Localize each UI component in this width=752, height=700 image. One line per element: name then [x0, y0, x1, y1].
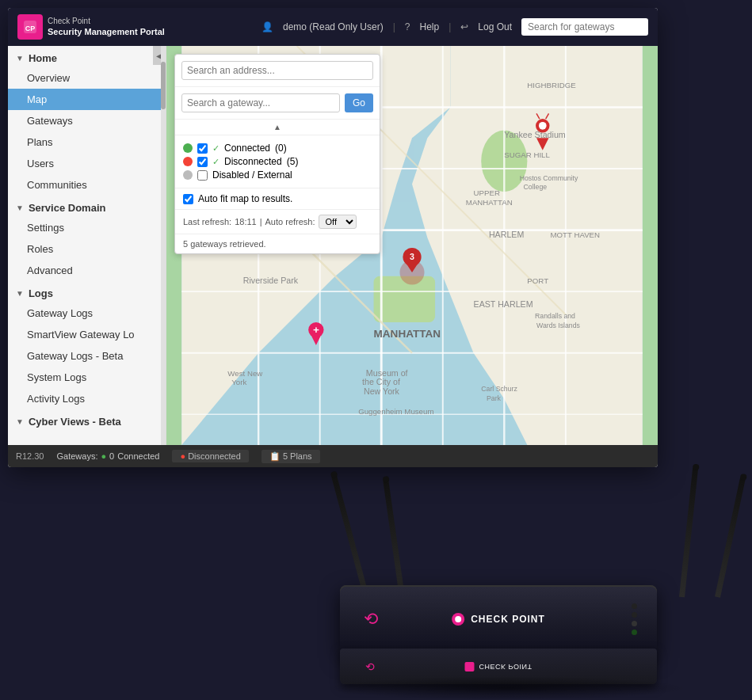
arrow-cyber-views: ▼: [16, 417, 24, 426]
go-button[interactable]: Go: [345, 93, 373, 112]
sidebar-item-roles[interactable]: Roles: [8, 238, 166, 260]
router-body-main: ⟲ CHECK POINT: [340, 585, 657, 652]
svg-text:PORT: PORT: [527, 276, 548, 285]
logout-link[interactable]: Log Out: [478, 21, 512, 32]
version-label: R12.30: [16, 451, 44, 461]
secondary-checkpoint-logo: CHECK POINT: [464, 662, 532, 671]
sidebar-item-system-logs[interactable]: System Logs: [8, 367, 166, 388]
sidebar-item-communities[interactable]: Communities: [8, 174, 166, 196]
autofit-section: Auto fit map to results.: [175, 188, 380, 210]
router-shadow: [324, 676, 689, 700]
logo-area: CP Check Point Security Management Porta…: [17, 14, 165, 40]
logo-line1: Check Point: [48, 16, 165, 26]
connected-count: (0): [275, 143, 287, 154]
connected-count-bar: 0: [109, 451, 114, 461]
section-home-label: Home: [29, 52, 57, 64]
disabled-status-dot: [183, 170, 193, 180]
router-device: ⟲ CHECK POINT ⟲ CHECK POINT: [277, 367, 752, 700]
svg-text:Yankee Stadium: Yankee Stadium: [504, 130, 566, 139]
disconnected-label-bar: Disconnected: [188, 451, 241, 461]
logo-line2: Security Management Portal: [48, 27, 165, 36]
sidebar-item-users[interactable]: Users: [8, 153, 166, 174]
section-logs-label: Logs: [29, 287, 53, 299]
led-dot-2: [632, 612, 637, 618]
svg-text:West New: West New: [227, 369, 263, 378]
pipe-sep: |: [260, 217, 262, 226]
svg-text:HARLEM: HARLEM: [489, 230, 524, 239]
autofit-label: Auto fit map to results.: [198, 193, 292, 204]
svg-text:MOTT HAVEN: MOTT HAVEN: [550, 230, 600, 239]
disconnected-dot-icon: ●: [180, 451, 185, 461]
help-link[interactable]: Help: [419, 21, 439, 32]
sidebar-item-plans[interactable]: Plans: [8, 131, 166, 153]
sidebar-section-home[interactable]: ▼ Home: [8, 46, 166, 67]
sidebar-item-smartview-logs[interactable]: SmartView Gateway Lo: [8, 324, 166, 345]
gateway-search-input[interactable]: [181, 93, 340, 112]
filter-row-connected: ✓ Connected (0): [183, 143, 372, 154]
user-link[interactable]: demo (Read Only User): [283, 21, 384, 32]
sidebar-item-gateways[interactable]: Gateways: [8, 110, 166, 131]
sidebar-item-map[interactable]: Map: [8, 89, 166, 110]
logo-icon: CP: [17, 14, 43, 40]
svg-text:HIGHBRIDGE: HIGHBRIDGE: [527, 81, 576, 89]
auto-refresh-select[interactable]: Off 30s 1m 5m: [319, 215, 357, 229]
svg-text:MANHATTAN: MANHATTAN: [466, 198, 513, 207]
secondary-checkpoint-mark: [464, 662, 474, 671]
antenna-back-left1: [331, 474, 369, 598]
disabled-checkbox[interactable]: [197, 170, 208, 181]
led-dot-1: [632, 603, 637, 609]
connected-status-dot: [183, 143, 193, 153]
logo-text: Check Point Security Management Portal: [48, 16, 165, 37]
sidebar-scrollbar[interactable]: [161, 46, 166, 445]
sidebar-item-settings[interactable]: Settings: [8, 217, 166, 238]
sidebar-item-overview[interactable]: Overview: [8, 67, 166, 89]
disconnected-checkbox[interactable]: [197, 157, 208, 167]
filter-section: ✓ Connected (0) ✓ Disconnected (5): [175, 135, 380, 188]
arrow-logs: ▼: [16, 289, 24, 298]
connected-label: Connected: [224, 143, 270, 154]
search-gateways-input[interactable]: [521, 18, 648, 36]
disconnected-checkmark: ✓: [212, 157, 219, 167]
svg-text:Randalls and: Randalls and: [535, 312, 575, 320]
refresh-label: Last refresh:: [183, 217, 231, 226]
svg-text:MANHATTAN: MANHATTAN: [374, 328, 441, 340]
svg-text:3: 3: [410, 252, 414, 261]
svg-text:Riverside Park: Riverside Park: [243, 276, 299, 285]
svg-text:College: College: [524, 183, 548, 191]
section-service-domain-label: Service Domain: [29, 202, 106, 214]
antenna-back-left2: [383, 479, 405, 598]
connected-checkbox[interactable]: [197, 143, 208, 154]
autofit-checkbox[interactable]: [183, 194, 193, 204]
map-panel-gateway-section: Go: [175, 87, 380, 120]
checkpoint-dot: [452, 613, 464, 626]
svg-text:Wards Islands: Wards Islands: [536, 321, 581, 329]
sidebar-scrollbar-thumb: [161, 62, 166, 109]
sidebar-item-advanced[interactable]: Advanced: [8, 260, 166, 281]
address-search-input[interactable]: [181, 61, 373, 80]
refresh-time: 18:11: [235, 217, 257, 226]
disconnected-tab[interactable]: ● Disconnected: [172, 450, 248, 462]
sidebar-section-service-domain[interactable]: ▼ Service Domain: [8, 196, 166, 217]
filter-row-disabled: Disabled / External: [183, 169, 372, 181]
sidebar-item-gateway-logs[interactable]: Gateway Logs: [8, 302, 166, 324]
sidebar: ◀ ▼ Home Overview Map Gateways Plans Use…: [8, 46, 166, 445]
antenna-back-right2: [679, 467, 698, 598]
connected-label-bar: Connected: [117, 451, 159, 461]
sidebar-section-cyber-views[interactable]: ▼ Cyber Views - Beta: [8, 409, 166, 431]
arrow-home: ▼: [16, 54, 24, 63]
sidebar-section-logs[interactable]: ▼ Logs: [8, 281, 166, 302]
map-panel: Go ▲ ✓ Connected (0): [174, 54, 380, 254]
sidebar-item-gateway-logs-beta[interactable]: Gateway Logs - Beta: [8, 345, 166, 367]
secondary-logo: ⟲: [365, 660, 375, 673]
svg-text:York: York: [231, 378, 246, 386]
sep2: |: [449, 21, 451, 32]
gateways-label: Gateways:: [56, 451, 97, 461]
collapse-button[interactable]: ▲: [175, 120, 380, 135]
sidebar-item-activity-logs[interactable]: Activity Logs: [8, 388, 166, 409]
antenna-back-right1: [715, 477, 746, 598]
led-dots: [632, 603, 637, 635]
svg-text:+: +: [313, 323, 319, 335]
disconnected-status-dot: [183, 157, 193, 166]
svg-text:UPPER: UPPER: [474, 188, 500, 197]
router-logo-mark: ⟲: [364, 609, 378, 630]
